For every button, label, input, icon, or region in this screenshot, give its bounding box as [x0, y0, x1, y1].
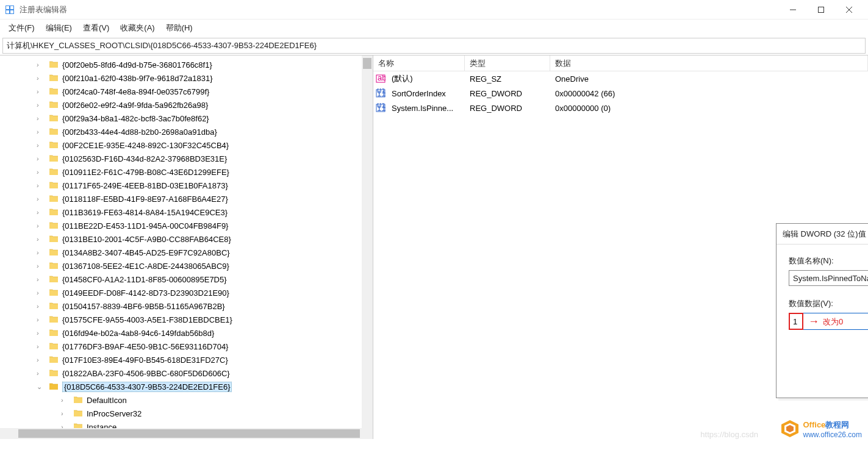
tree-item[interactable]: ›{00f24ca0-748f-4e8a-894f-0e0357c6799f}	[0, 85, 373, 98]
tree-item-label: {00f24ca0-748f-4e8a-894f-0e0357c6799f}	[62, 87, 209, 96]
chevron-right-icon: ›	[37, 101, 46, 109]
menu-help[interactable]: 帮助(H)	[161, 20, 198, 36]
chevron-right-icon: ›	[37, 276, 46, 283]
tree-item[interactable]: ›InProcServer32	[0, 407, 373, 420]
tree-item-label: {00f20eb5-8fd6-4d9d-b75e-36801766c8f1}	[62, 60, 212, 70]
folder-icon	[49, 180, 59, 190]
minimize-button[interactable]	[779, 0, 807, 20]
chevron-right-icon: ›	[37, 249, 46, 256]
tree-item-label: {01575CFE-9A55-4003-A5E1-F38D1EBDCBE1}	[62, 315, 232, 324]
tree-item[interactable]: ›{0149EEDF-D08F-4142-8D73-D23903D21E90}	[0, 286, 373, 299]
tree-item[interactable]: ›DefaultIcon	[0, 393, 373, 407]
tree-item-label: {00f29a34-b8a1-482c-bcf8-3ac7b0fe8f62}	[62, 114, 209, 123]
tree-item[interactable]: ›{01822ABA-23F0-4506-9BBC-680F5D6D606C}	[0, 366, 373, 380]
tree-item-label: {017F10E3-89E4-49F0-B545-618DE31FD27C}	[62, 355, 228, 365]
list-header: 名称 类型 数据	[373, 55, 868, 71]
folder-icon	[49, 167, 59, 177]
tree-item[interactable]: ›{01504157-8839-4BF6-9B5B-51165A967B2B}	[0, 299, 373, 313]
value-data-input[interactable]	[789, 313, 868, 330]
tree-item[interactable]: ›{016fd94e-b02a-4ab8-94c6-149fdab56b8d}	[0, 326, 373, 340]
chevron-right-icon: ›	[37, 182, 46, 189]
window-controls	[779, 0, 863, 20]
tree-item[interactable]: ›{0134A8B2-3407-4B45-AD25-E9F7C92A80BC}	[0, 246, 373, 259]
tree-item[interactable]: ›{01367108-5EE2-4E1C-A8DE-24438065ABC9}	[0, 259, 373, 273]
tree-item-label: {0118118F-E5BD-41F9-8E97-A168FB6A4E27}	[62, 195, 228, 204]
tree-item[interactable]: ›{01171F65-249E-4EEB-81BD-03E1B0FA1873}	[0, 179, 373, 192]
tree-item[interactable]: ›{01458CF0-A1A2-11D1-8F85-00600895E7D5}	[0, 273, 373, 286]
value-binary-icon: 011110	[376, 103, 386, 113]
chevron-right-icon: ›	[37, 343, 46, 350]
svg-rect-3	[6, 10, 9, 13]
folder-icon	[49, 60, 59, 70]
tree-item-label: {016fd94e-b02a-4ab8-94c6-149fdab56b8d}	[62, 329, 214, 338]
chevron-right-icon: ›	[37, 74, 46, 82]
folder-icon	[73, 395, 83, 405]
tree-item[interactable]: ›{00f26e02-e9f2-4a9f-9fda-5a962fb26a98}	[0, 98, 373, 112]
svg-rect-1	[6, 6, 9, 9]
svg-rect-6	[819, 7, 824, 12]
value-name-input[interactable]	[789, 270, 868, 286]
column-name[interactable]: 名称	[373, 55, 465, 71]
folder-icon	[49, 100, 59, 110]
chevron-down-icon: ⌄	[37, 383, 46, 391]
menu-view[interactable]: 查看(V)	[78, 20, 114, 36]
chevron-right-icon: ›	[37, 128, 46, 135]
folder-icon	[49, 341, 59, 351]
tree-vertical-scrollbar[interactable]	[362, 55, 373, 439]
cell-data: 0x00000042 (66)	[553, 89, 866, 98]
dialog-title: 编辑 DWORD (32 位)值	[783, 229, 868, 240]
list-row[interactable]: 011110SortOrderIndexREG_DWORD0x00000042 …	[373, 86, 868, 101]
tree-item[interactable]: ›{00f29a34-b8a1-482c-bcf8-3ac7b0fe8f62}	[0, 112, 373, 125]
app-icon	[5, 5, 15, 15]
tree-item[interactable]: ›{0102563D-F16D-434d-82A2-37968BD3E31E}	[0, 152, 373, 165]
tree-item-label: {01367108-5EE2-4E1C-A8DE-24438065ABC9}	[62, 262, 229, 271]
folder-icon	[49, 382, 59, 391]
chevron-right-icon: ›	[61, 396, 71, 404]
title-bar: 注册表编辑器	[0, 0, 868, 20]
list-row[interactable]: ab(默认)REG_SZOneDrive	[373, 71, 868, 86]
tree-item[interactable]: ›{01575CFE-9A55-4003-A5E1-F38D1EBDCBE1}	[0, 313, 373, 326]
tree-item[interactable]: ›{00f20eb5-8fd6-4d9d-b75e-36801766c8f1}	[0, 58, 373, 71]
chevron-right-icon: ›	[37, 329, 46, 337]
close-button[interactable]	[835, 0, 863, 20]
tree-item[interactable]: ›{01776DF3-B9AF-4E50-9B1C-56E93116D704}	[0, 340, 373, 353]
svg-rect-4	[10, 10, 13, 13]
chevron-right-icon: ›	[37, 289, 46, 296]
maximize-button[interactable]	[807, 0, 835, 20]
tree-item-label: {011B3619-FE63-4814-8A84-15A194CE9CE3}	[62, 208, 228, 217]
tree-item[interactable]: ›{0131BE10-2001-4C5F-A9B0-CC88FAB64CE8}	[0, 232, 373, 246]
folder-icon	[49, 368, 59, 378]
folder-icon	[49, 248, 59, 257]
tree-horizontal-scrollbar[interactable]	[0, 428, 362, 439]
address-bar[interactable]: 计算机\HKEY_CLASSES_ROOT\CLSID\{018D5C66-45…	[2, 38, 866, 54]
folder-icon	[49, 328, 59, 338]
watermark-brand: Office教程网	[803, 418, 863, 430]
tree-item-selected[interactable]: ⌄{018D5C66-4533-4307-9B53-224DE2ED1FE6}	[0, 380, 373, 393]
tree-item[interactable]: ›{010911E2-F61C-479B-B08C-43E6D1299EFE}	[0, 165, 373, 179]
menu-file[interactable]: 文件(F)	[4, 20, 40, 36]
column-type[interactable]: 类型	[465, 55, 550, 71]
watermark-logo-icon	[780, 419, 800, 438]
tree-item[interactable]: ›{00f210a1-62f0-438b-9f7e-9618d72a1831}	[0, 71, 373, 85]
cell-type: REG_DWORD	[467, 89, 553, 98]
tree-item[interactable]: ›{00f2b433-44e4-4d88-b2b0-2698a0a91dba}	[0, 125, 373, 138]
folder-icon	[49, 274, 59, 284]
menu-favorites[interactable]: 收藏夹(A)	[115, 20, 159, 36]
tree-item[interactable]: ›{011B3619-FE63-4814-8A84-15A194CE9CE3}	[0, 205, 373, 219]
tree-item-label: {0131BE10-2001-4C5F-A9B0-CC88FAB64CE8}	[62, 235, 231, 244]
tree-item[interactable]: ›{011BE22D-E453-11D1-945A-00C04FB984F9}	[0, 219, 373, 232]
tree-item[interactable]: ›{0118118F-E5BD-41F9-8E97-A168FB6A4E27}	[0, 192, 373, 205]
tree-item-label: {00F2CE1E-935E-4248-892C-130F32C45CB4}	[62, 141, 229, 150]
cell-type: REG_DWORD	[467, 104, 553, 113]
menu-edit[interactable]: 编辑(E)	[41, 20, 77, 36]
chevron-right-icon: ›	[37, 115, 46, 122]
menu-bar: 文件(F) 编辑(E) 查看(V) 收藏夹(A) 帮助(H)	[0, 20, 868, 37]
chevron-right-icon: ›	[37, 209, 46, 216]
tree-item[interactable]: ›{017F10E3-89E4-49F0-B545-618DE31FD27C}	[0, 353, 373, 366]
tree-item-label: {0134A8B2-3407-4B45-AD25-E9F7C92A80BC}	[62, 248, 230, 257]
list-row[interactable]: 011110System.IsPinne...REG_DWORD0x000000…	[373, 101, 868, 115]
tree-item-label: {00f2b433-44e4-4d88-b2b0-2698a0a91dba}	[62, 127, 217, 137]
chevron-right-icon: ›	[37, 370, 46, 377]
column-data[interactable]: 数据	[550, 55, 868, 71]
tree-item[interactable]: ›{00F2CE1E-935E-4248-892C-130F32C45CB4}	[0, 138, 373, 152]
